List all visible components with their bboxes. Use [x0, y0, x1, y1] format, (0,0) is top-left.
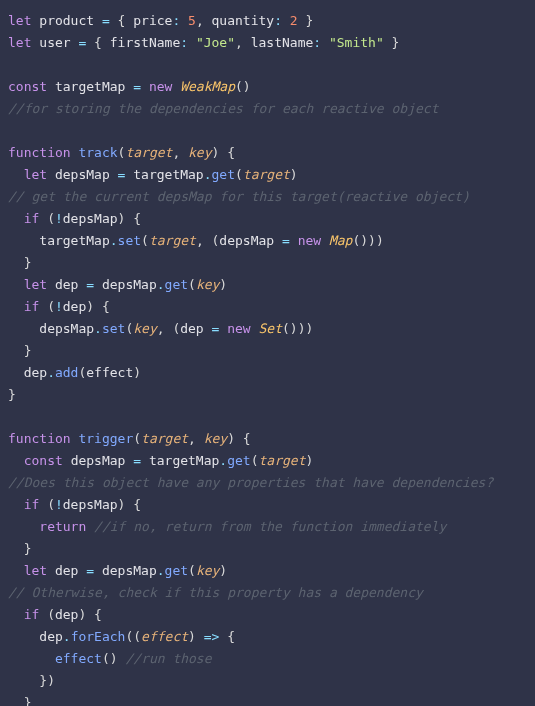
property: lastName: [251, 35, 314, 50]
identifier: dep: [55, 277, 78, 292]
keyword-new: new: [298, 233, 321, 248]
brace: {: [227, 629, 235, 644]
method: get: [227, 453, 250, 468]
class-name: Map: [329, 233, 352, 248]
identifier: depsMap: [102, 277, 157, 292]
identifier: dep: [55, 563, 78, 578]
argument: key: [133, 321, 156, 336]
argument: target: [149, 233, 196, 248]
parens: (): [352, 233, 368, 248]
dot: .: [47, 365, 55, 380]
parameter: key: [188, 145, 211, 160]
paren: ): [86, 299, 94, 314]
paren: (: [47, 299, 55, 314]
method: get: [165, 277, 188, 292]
brace: }: [24, 343, 32, 358]
argument: target: [243, 167, 290, 182]
comment: //for storing the dependencies for each …: [8, 101, 438, 116]
operator: =: [133, 79, 141, 94]
identifier: dep: [180, 321, 203, 336]
brace: }: [8, 387, 16, 402]
class-name: Set: [259, 321, 282, 336]
number: 2: [290, 13, 298, 28]
paren: ): [118, 211, 126, 226]
property: firstName: [110, 35, 180, 50]
parameter: target: [125, 145, 172, 160]
string: "Smith": [329, 35, 384, 50]
brace: }: [305, 13, 313, 28]
method: get: [212, 167, 235, 182]
paren: (: [47, 211, 55, 226]
argument: key: [196, 563, 219, 578]
comma: ,: [235, 35, 243, 50]
comment: // get the current depsMap for this targ…: [8, 189, 470, 204]
comment: //Does this object have any properties t…: [8, 475, 493, 490]
paren: ): [78, 607, 86, 622]
paren: (: [133, 629, 141, 644]
keyword-function: function: [8, 431, 71, 446]
comma: ,: [157, 321, 165, 336]
colon: :: [313, 35, 321, 50]
brace: {: [133, 211, 141, 226]
operator-not: !: [55, 497, 63, 512]
brace: }: [392, 35, 400, 50]
keyword-new: new: [227, 321, 250, 336]
identifier: effect: [86, 365, 133, 380]
parameter: target: [141, 431, 188, 446]
operator: =: [86, 277, 94, 292]
keyword-const: const: [8, 79, 47, 94]
identifier: targetMap: [133, 167, 203, 182]
identifier: dep: [55, 607, 78, 622]
keyword-if: if: [24, 299, 40, 314]
parameter: key: [204, 431, 227, 446]
property: quantity: [212, 13, 275, 28]
colon: :: [274, 13, 282, 28]
identifier: depsMap: [219, 233, 274, 248]
brace: {: [94, 35, 102, 50]
keyword-return: return: [39, 519, 86, 534]
brace: {: [227, 145, 235, 160]
keyword-let: let: [24, 563, 47, 578]
function-name: trigger: [78, 431, 133, 446]
identifier: dep: [39, 629, 62, 644]
number: 5: [188, 13, 196, 28]
paren: ): [290, 167, 298, 182]
comment: //run those: [125, 651, 211, 666]
paren: (: [188, 563, 196, 578]
keyword-let: let: [8, 35, 31, 50]
string: "Joe": [196, 35, 235, 50]
dot: .: [94, 321, 102, 336]
operator: =: [102, 13, 110, 28]
brace: {: [118, 13, 126, 28]
keyword-const: const: [24, 453, 63, 468]
argument: key: [196, 277, 219, 292]
keyword-let: let: [24, 167, 47, 182]
brace: }: [24, 255, 32, 270]
paren: (: [141, 233, 149, 248]
identifier: depsMap: [39, 321, 94, 336]
dot: .: [157, 277, 165, 292]
keyword-function: function: [8, 145, 71, 160]
parens: (): [102, 651, 118, 666]
brace: }): [39, 673, 55, 688]
paren: ): [219, 563, 227, 578]
identifier: depsMap: [55, 167, 110, 182]
identifier: dep: [24, 365, 47, 380]
comma: ,: [196, 233, 204, 248]
paren: (: [47, 497, 55, 512]
identifier: depsMap: [102, 563, 157, 578]
brace: {: [243, 431, 251, 446]
method: set: [102, 321, 125, 336]
paren: (: [47, 607, 55, 622]
operator: =: [86, 563, 94, 578]
comma: ,: [196, 13, 204, 28]
identifier: user: [39, 35, 70, 50]
argument: target: [259, 453, 306, 468]
paren: ): [219, 277, 227, 292]
paren: (: [188, 277, 196, 292]
comment: // Otherwise, check if this property has…: [8, 585, 423, 600]
operator: =: [118, 167, 126, 182]
brace: {: [94, 607, 102, 622]
operator: =: [212, 321, 220, 336]
function-name: track: [78, 145, 117, 160]
